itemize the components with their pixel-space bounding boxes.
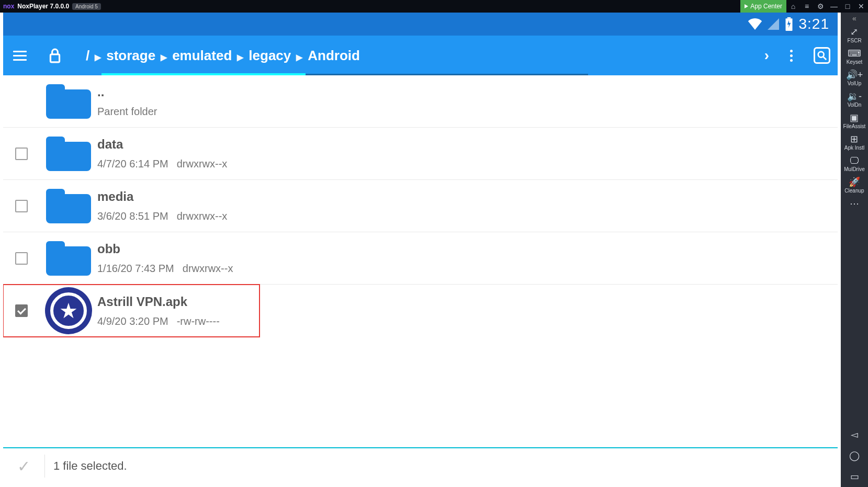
collapse-sidebar-icon[interactable]: « (841, 13, 868, 24)
sidebar-label: MulDrive (844, 166, 864, 172)
sidebar-icon: 🚀 (849, 177, 860, 187)
sidebar-icon: ⊞ (850, 134, 858, 144)
file-row-obb[interactable]: obb1/16/20 7:43 PMdrwxrwx--x (3, 232, 838, 285)
chevron-right-icon: ▶ (161, 53, 167, 62)
chevron-right-icon: ▶ (237, 53, 243, 62)
selection-bottom-bar: ✓ 1 file selected. (3, 447, 838, 484)
sidebar-item-apk-instl[interactable]: ⊞Apk Instl (843, 131, 866, 153)
nox-logo: nox (3, 3, 14, 10)
file-name: obb (97, 242, 827, 256)
svg-line-4 (824, 57, 826, 60)
breadcrumb-root[interactable]: / (81, 48, 95, 64)
chevron-right-icon[interactable]: › (764, 47, 769, 64)
sidebar-icon: ▣ (850, 113, 859, 122)
file-meta: 1/16/20 7:43 PMdrwxrwx--x (97, 263, 827, 275)
sidebar-item-volup[interactable]: 🔊+VolUp (843, 67, 866, 88)
search-button[interactable] (814, 47, 830, 64)
file-meta: 4/9/20 3:20 PM-rw-rw---- (97, 315, 249, 327)
right-sidebar: « ⤢FSCR⌨Keyset🔊+VolUp🔉-VolDn▣FileAssist⊞… (841, 13, 868, 487)
app-title: NoxPlayer 7.0.0.0 (17, 3, 69, 10)
file-list[interactable]: ..Parent folderdata4/7/20 6:14 PMdrwxrwx… (3, 75, 838, 447)
window-titlebar: nox NoxPlayer 7.0.0.0 Android 5 App Cent… (0, 0, 868, 13)
sidebar-item-muldrive[interactable]: 🖵MulDrive (843, 153, 866, 174)
minimize-icon[interactable]: ― (827, 2, 841, 10)
sidebar-icon: ⋯ (850, 199, 859, 208)
android-badge: Android 5 (72, 3, 101, 10)
sidebar-icon: 🔉- (847, 92, 862, 101)
play-icon (745, 4, 748, 8)
android-back-button[interactable]: ◅ (841, 424, 868, 445)
folder-icon (46, 189, 91, 223)
checkbox[interactable] (15, 148, 28, 160)
check-icon[interactable]: ✓ (3, 455, 45, 478)
sidebar-label: FileAssist (843, 123, 866, 129)
status-clock: 3:21 (799, 16, 830, 32)
sidebar-item-voldn[interactable]: 🔉-VolDn (843, 88, 866, 110)
android-statusbar: 3:21 (3, 13, 838, 36)
folder-icon (46, 84, 91, 119)
battery-charging-icon (784, 17, 794, 31)
android-screen: 3:21 / ▶storage▶emulated▶legacy▶Android … (3, 13, 838, 484)
sidebar-label: Keyset (847, 59, 863, 65)
sidebar-label: Cleanup (844, 188, 864, 194)
file-row-astrill-vpn-apk[interactable]: ★Astrill VPN.apk4/9/20 3:20 PM-rw-rw---- (3, 285, 260, 337)
breadcrumb-Android[interactable]: Android (302, 48, 365, 63)
settings-gear-icon[interactable]: ⚙ (814, 2, 827, 10)
folder-icon (46, 241, 91, 276)
more-menu-icon[interactable] (790, 50, 793, 62)
sidebar-item-fscr[interactable]: ⤢FSCR (843, 24, 866, 46)
chevron-right-icon: ▶ (95, 53, 101, 62)
checkbox[interactable] (15, 252, 28, 265)
file-name: Astrill VPN.apk (97, 295, 249, 309)
file-row-data[interactable]: data4/7/20 6:14 PMdrwxrwx--x (3, 128, 838, 180)
breadcrumb-emulated[interactable]: emulated (167, 48, 237, 63)
checkbox[interactable] (15, 304, 28, 317)
sidebar-item-more[interactable]: ⋯ (843, 196, 866, 210)
selection-count-label: 1 file selected. (53, 459, 127, 473)
home-icon[interactable]: ⌂ (786, 2, 800, 10)
sidebar-icon: 🖵 (850, 156, 859, 165)
android-home-button[interactable]: ◯ (841, 445, 868, 466)
hamburger-menu-icon[interactable] (3, 36, 37, 75)
svg-point-3 (818, 52, 824, 58)
signal-icon (768, 18, 779, 30)
breadcrumb: / ▶storage▶emulated▶legacy▶Android (81, 48, 365, 64)
sidebar-icon: ⌨ (848, 49, 861, 58)
file-meta: 3/6/20 8:51 PMdrwxrwx--x (97, 210, 827, 222)
sidebar-label: VolDn (848, 102, 862, 108)
sidebar-item-fileassist[interactable]: ▣FileAssist (843, 110, 866, 131)
chevron-right-icon: ▶ (296, 53, 302, 62)
app-toolbar: / ▶storage▶emulated▶legacy▶Android › (3, 36, 838, 75)
file-name: .. (97, 85, 827, 99)
file-meta: 4/7/20 6:14 PMdrwxrwx--x (97, 158, 827, 170)
svg-rect-0 (787, 17, 791, 18)
sidebar-item-cleanup[interactable]: 🚀Cleanup (843, 174, 866, 196)
checkbox[interactable] (15, 200, 28, 212)
breadcrumb-storage[interactable]: storage (101, 48, 161, 63)
android-recent-button[interactable]: ▭ (841, 466, 868, 487)
sidebar-label: FSCR (847, 38, 861, 43)
svg-rect-2 (50, 54, 59, 62)
sidebar-label: VolUp (848, 81, 862, 86)
close-icon[interactable]: ✕ (854, 2, 868, 10)
sidebar-icon: 🔊+ (846, 70, 863, 80)
sidebar-label: Apk Instl (844, 145, 864, 151)
menu-lines-icon[interactable]: ≡ (800, 2, 814, 10)
file-name: media (97, 189, 827, 204)
maximize-icon[interactable]: □ (841, 2, 854, 10)
apk-icon: ★ (45, 287, 92, 334)
breadcrumb-legacy[interactable]: legacy (243, 48, 296, 63)
lock-icon[interactable] (37, 48, 73, 63)
folder-icon (46, 137, 91, 171)
sidebar-item-keyset[interactable]: ⌨Keyset (843, 46, 866, 67)
file-meta: Parent folder (97, 106, 827, 118)
wifi-icon (748, 18, 762, 30)
parent-folder-row[interactable]: ..Parent folder (3, 75, 838, 128)
app-center-label: App Center (750, 3, 782, 10)
app-center-button[interactable]: App Center (740, 0, 786, 13)
sidebar-icon: ⤢ (850, 27, 858, 37)
file-row-media[interactable]: media3/6/20 8:51 PMdrwxrwx--x (3, 180, 838, 232)
file-name: data (97, 137, 827, 152)
